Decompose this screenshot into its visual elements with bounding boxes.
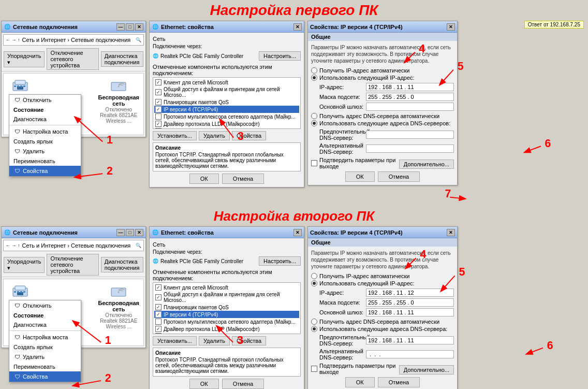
maximize-btn-b[interactable]: □: [126, 229, 134, 236]
properties-btn-b[interactable]: Свойства: [232, 336, 266, 345]
alt-dns-input[interactable]: [366, 145, 454, 153]
properties-btn[interactable]: Свойства: [232, 131, 266, 140]
uninstall-btn-b[interactable]: Удалить: [199, 336, 230, 345]
ip-close-btn-b[interactable]: ✕: [447, 229, 455, 236]
eth-cancel-btn-b[interactable]: Отмена: [222, 379, 264, 389]
eth-close-btn[interactable]: ✕: [293, 23, 302, 31]
comp-check-2[interactable]: [155, 89, 161, 95]
radio-dns-manual[interactable]: Использовать следующие адреса DNS-сервер…: [311, 120, 454, 126]
verify-check-b[interactable]: [311, 366, 317, 372]
comp-check-b3[interactable]: [155, 304, 161, 310]
eth-close-btn-b[interactable]: ✕: [293, 229, 302, 236]
ip-close-btn[interactable]: ✕: [447, 23, 455, 31]
comp-check-b7[interactable]: [155, 333, 161, 334]
radio-auto-ip-b[interactable]: Получить IP-адрес автоматически: [311, 273, 454, 279]
advanced-btn[interactable]: Дополнительно...: [399, 160, 454, 169]
ctx-rename[interactable]: Переименовать: [9, 156, 81, 166]
ip-cancel-btn-b[interactable]: Отмена: [378, 377, 420, 387]
radio-dns-auto-b[interactable]: Получить адрес DNS-сервера автоматически: [311, 319, 454, 325]
uninstall-btn[interactable]: Удалить: [199, 131, 230, 140]
description-area: Описание Протокол TCP/IP. Стандартный пр…: [153, 142, 301, 171]
ctx-disable-b[interactable]: 🛡Отключить: [9, 300, 81, 311]
eth-ok-btn[interactable]: ОК: [189, 174, 219, 184]
close-btn-b[interactable]: ✕: [135, 229, 143, 236]
connection-through: Подключение через:: [153, 44, 301, 49]
comp-check-b1[interactable]: [155, 284, 161, 291]
minimize-btn-b[interactable]: —: [116, 229, 125, 236]
minimize-btn[interactable]: —: [116, 23, 125, 31]
disable-btn[interactable]: Отключение сетевого устройства: [47, 48, 98, 70]
radio-manual-btn-b[interactable]: [311, 280, 317, 286]
organize-btn[interactable]: Упорядочить ▾: [4, 51, 45, 67]
verify-check[interactable]: [311, 160, 317, 166]
preferred-dns-input-b[interactable]: [366, 336, 454, 344]
verify-checkbox-b[interactable]: Подтвердить параметры при выходе Дополни…: [311, 363, 454, 375]
alt-dns-input-b[interactable]: [366, 350, 454, 358]
ctx-delete[interactable]: 🛡Удалить: [9, 146, 81, 156]
comp-check-6[interactable]: [155, 121, 161, 127]
radio-dns-auto[interactable]: Получить адрес DNS-сервера автоматически: [311, 113, 454, 119]
comp-check-b5[interactable]: [155, 319, 161, 325]
ctx-disable[interactable]: 🛡Отключить: [9, 95, 81, 105]
gateway-input[interactable]: [366, 103, 454, 111]
ctx-properties-b[interactable]: 🛡Свойства: [9, 371, 81, 382]
diagnose-btn[interactable]: Диагностика подключения: [101, 51, 143, 67]
comp-check-1[interactable]: [155, 79, 161, 85]
advanced-btn-b[interactable]: Дополнительно...: [399, 365, 454, 374]
close-btn[interactable]: ✕: [135, 23, 143, 31]
wireless-connection[interactable]: Беспроводная сеть Отключено Realtek 8821…: [98, 78, 139, 131]
ctx-shortcut-b[interactable]: Создать ярлык: [9, 342, 81, 352]
radio-manual-btn[interactable]: [311, 75, 317, 81]
comp-check-4[interactable]: [155, 106, 161, 112]
comp-check-7[interactable]: [155, 128, 161, 129]
wireless-connection-b[interactable]: Беспроводная сеть Отключено Realtek 8821…: [98, 283, 139, 341]
radio-dns-auto-btn-b[interactable]: [311, 319, 317, 325]
radio-dns-manual-b[interactable]: Использовать следующие адреса DNS-сервер…: [311, 326, 454, 332]
radio-auto-btn-b[interactable]: [311, 273, 317, 279]
radio-manual-ip[interactable]: Использовать следующий IP-адрес:: [311, 75, 454, 81]
comp-check-5[interactable]: [155, 113, 161, 120]
comp-check-b4[interactable]: [155, 311, 161, 318]
ctx-shortcut[interactable]: Создать ярлык: [9, 137, 81, 146]
radio-auto-btn[interactable]: [311, 67, 317, 74]
ctx-delete-b[interactable]: 🛡Удалить: [9, 352, 81, 362]
radio-manual-ip-b[interactable]: Использовать следующий IP-адрес:: [311, 280, 454, 286]
eth-ok-btn-b[interactable]: ОК: [189, 379, 219, 389]
ip-tab-general[interactable]: Общие: [308, 33, 457, 41]
ip-tab-general-b[interactable]: Общие: [308, 238, 457, 247]
diagnose-btn-b[interactable]: Диагностика подключения: [101, 257, 143, 272]
preferred-dns-input[interactable]: [366, 131, 454, 139]
radio-dns-manual-btn[interactable]: [311, 120, 317, 126]
mask-input-b[interactable]: [366, 298, 454, 307]
maximize-btn[interactable]: □: [126, 23, 134, 31]
configure-btn[interactable]: Настроить...: [259, 51, 301, 61]
eth-cancel-btn[interactable]: Отмена: [222, 174, 264, 184]
ip-ok-btn-b[interactable]: ОК: [345, 377, 375, 387]
ctx-bridge-b[interactable]: 🛡Настройка моста: [9, 332, 81, 342]
configure-btn-b[interactable]: Настроить...: [259, 256, 301, 266]
disable-btn-b[interactable]: Отключение сетевого устройства: [47, 254, 98, 276]
organize-btn-b[interactable]: Упорядочить ▾: [4, 257, 45, 273]
ctx-diagnose-b[interactable]: Диагностика: [9, 320, 81, 329]
radio-auto-ip[interactable]: Получить IP-адрес автоматически: [311, 67, 454, 74]
verify-checkbox[interactable]: Подтвердить параметры при выходе Дополни…: [311, 157, 454, 169]
radio-dns-manual-btn-b[interactable]: [311, 326, 317, 332]
install-btn[interactable]: Установить...: [153, 131, 197, 140]
ip-addr-input-b[interactable]: [366, 289, 454, 297]
ctx-status-b[interactable]: Состояние: [9, 311, 81, 320]
ip-ok-btn[interactable]: ОК: [345, 171, 375, 182]
ctx-properties[interactable]: 🛡Свойства: [9, 166, 81, 176]
comp-check-b2[interactable]: [155, 294, 161, 300]
comp-check-3[interactable]: [155, 99, 161, 105]
install-btn-b[interactable]: Установить...: [153, 336, 197, 345]
ctx-status[interactable]: Состояние: [9, 105, 81, 114]
ctx-diagnose[interactable]: Диагностика: [9, 114, 81, 124]
ctx-rename-b[interactable]: Переименовать: [9, 362, 81, 371]
ip-addr-input[interactable]: [366, 83, 454, 91]
ctx-bridge[interactable]: 🛡Настройка моста: [9, 126, 81, 137]
gateway-input-b[interactable]: [366, 308, 454, 316]
ip-cancel-btn[interactable]: Отмена: [378, 171, 420, 182]
radio-dns-auto-btn[interactable]: [311, 113, 317, 119]
comp-check-b6[interactable]: [155, 326, 161, 332]
mask-input[interactable]: [366, 93, 454, 101]
